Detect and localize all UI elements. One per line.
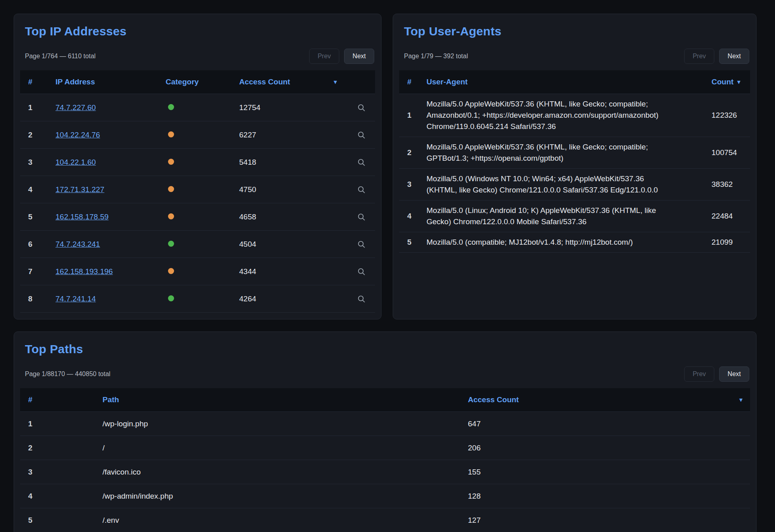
table-row: 2 104.22.24.76 6227 (20, 121, 375, 149)
sort-desc-icon[interactable]: ▼ (738, 397, 744, 403)
user-agent-string: Mozilla/5.0 (Linux; Android 10; K) Apple… (426, 205, 668, 227)
magnifier-icon (357, 217, 366, 223)
ua-pagination-bar: Page 1/79 — 392 total Prev Next (404, 49, 749, 64)
table-row: 2 Mozilla/5.0 AppleWebKit/537.36 (KHTML,… (399, 137, 750, 169)
path-value: /wp-admin/index.php (103, 492, 468, 501)
ip-pagination-text: Page 1/764 — 6110 total (25, 53, 96, 60)
inspect-ip-button[interactable] (355, 184, 367, 196)
inspect-ip-button[interactable] (355, 293, 367, 305)
category-dot (168, 131, 174, 137)
table-row: 5 Mozilla/5.0 (compatible; MJ12bot/v1.4.… (399, 232, 750, 253)
ua-header-rank: # (399, 78, 426, 86)
table-row: 8 74.7.241.14 4264 (20, 285, 375, 313)
ua-pagination-text: Page 1/79 — 392 total (404, 53, 468, 60)
paths-pagination-bar: Page 1/88170 — 440850 total Prev Next (25, 366, 749, 382)
ip-header-rank: # (20, 78, 55, 86)
category-dot (168, 186, 174, 192)
table-row: 3 /favicon.ico 155 (20, 460, 750, 484)
ua-header-count[interactable]: Count ▼ (711, 78, 750, 86)
ua-prev-button[interactable]: Prev (684, 49, 714, 64)
ua-count-value: 22484 (711, 212, 750, 221)
ip-prev-button[interactable]: Prev (309, 49, 339, 64)
paths-header-rank: # (20, 395, 103, 404)
table-row: 4 Mozilla/5.0 (Linux; Android 10; K) App… (399, 201, 750, 232)
magnifier-icon (357, 162, 366, 168)
table-row: 5 162.158.178.59 4658 (20, 203, 375, 231)
table-row: 5 /.env 127 (20, 508, 750, 532)
ip-pagination-bar: Page 1/764 — 6110 total Prev Next (25, 49, 374, 64)
category-dot (168, 159, 174, 165)
ua-next-button[interactable]: Next (719, 49, 749, 64)
path-count-value: 206 (468, 444, 750, 452)
ua-count-value: 38362 (711, 180, 750, 189)
panel-title-user-agents: Top User-Agents (404, 25, 750, 38)
panel-title-paths: Top Paths (25, 342, 750, 356)
ip-header-ip: IP Address (55, 78, 166, 86)
access-count-value: 5418 (239, 158, 348, 167)
ip-link[interactable]: 74.7.227.60 (55, 103, 96, 112)
inspect-ip-button[interactable] (355, 156, 367, 168)
magnifier-icon (357, 271, 366, 277)
table-row: 4 172.71.31.227 4750 (20, 176, 375, 203)
path-count-value: 647 (468, 419, 750, 428)
panel-title-ip: Top IP Addresses (25, 25, 375, 38)
user-agent-string: Mozilla/5.0 AppleWebKit/537.36 (KHTML, l… (426, 141, 668, 164)
access-count-value: 12754 (239, 103, 348, 112)
panel-top-ip-addresses: Top IP Addresses Page 1/764 — 6110 total… (14, 14, 381, 319)
ua-count-value: 122326 (711, 111, 750, 120)
table-row: 1 /wp-login.php 647 (20, 412, 750, 436)
category-dot (168, 104, 174, 110)
inspect-ip-button[interactable] (355, 102, 367, 114)
inspect-ip-button[interactable] (355, 266, 367, 278)
path-count-value: 128 (468, 492, 750, 501)
paths-table-header: # Path Access Count ▼ (20, 388, 750, 412)
inspect-ip-button[interactable] (355, 129, 367, 141)
path-count-value: 127 (468, 516, 750, 525)
access-count-value: 4504 (239, 240, 348, 249)
ip-link[interactable]: 104.22.1.60 (55, 158, 96, 166)
table-row: 6 74.7.243.241 4504 (20, 231, 375, 258)
access-count-value: 6227 (239, 131, 348, 139)
ua-count-value: 21099 (711, 238, 750, 247)
ip-link[interactable]: 162.158.193.196 (55, 267, 113, 276)
table-row: 3 Mozilla/5.0 (Windows NT 10.0; Win64; x… (399, 169, 750, 201)
table-row: 1 74.7.227.60 12754 (20, 94, 375, 121)
ua-table-header: # User-Agent Count ▼ (399, 70, 750, 94)
path-count-value: 155 (468, 468, 750, 477)
inspect-ip-button[interactable] (355, 211, 367, 223)
ip-link[interactable]: 172.71.31.227 (55, 185, 105, 194)
user-agent-string: Mozilla/5.0 AppleWebKit/537.36 (KHTML, l… (426, 98, 668, 132)
path-value: /favicon.ico (103, 468, 468, 477)
access-count-value: 4658 (239, 213, 348, 221)
ip-header-category: Category (166, 78, 239, 86)
dashboard-page: Top IP Addresses Page 1/764 — 6110 total… (0, 0, 775, 532)
sort-desc-icon[interactable]: ▼ (332, 79, 338, 85)
access-count-value: 4344 (239, 267, 348, 276)
inspect-ip-button[interactable] (355, 238, 367, 250)
ip-link[interactable]: 74.7.243.241 (55, 240, 100, 248)
panel-top-user-agents: Top User-Agents Page 1/79 — 392 total Pr… (393, 14, 757, 319)
category-dot (168, 268, 174, 274)
path-value: / (103, 444, 468, 452)
table-row: 2 / 206 (20, 436, 750, 460)
sort-desc-icon[interactable]: ▼ (736, 79, 742, 85)
user-agent-string: Mozilla/5.0 (compatible; MJ12bot/v1.4.8;… (426, 237, 668, 248)
paths-table: # Path Access Count ▼ 1 /wp-login.php 64… (20, 388, 750, 532)
path-value: /.env (103, 516, 468, 525)
ip-link[interactable]: 74.7.241.14 (55, 295, 96, 303)
category-dot (168, 213, 174, 219)
ip-next-button[interactable]: Next (344, 49, 374, 64)
paths-header-access-count[interactable]: Access Count ▼ (468, 395, 750, 404)
access-count-value: 4264 (239, 295, 348, 303)
magnifier-icon (357, 107, 366, 113)
ip-link[interactable]: 162.158.178.59 (55, 213, 109, 221)
ua-table: # User-Agent Count ▼ 1 Mozilla/5.0 Apple… (399, 70, 750, 253)
paths-prev-button[interactable]: Prev (684, 366, 714, 382)
magnifier-icon (357, 135, 366, 141)
ip-link[interactable]: 104.22.24.76 (55, 131, 100, 139)
ip-header-access-count[interactable]: Access Count ▼ (239, 78, 348, 86)
paths-pagination-text: Page 1/88170 — 440850 total (25, 370, 111, 378)
paths-next-button[interactable]: Next (719, 366, 749, 382)
ip-table: # IP Address Category Access Count ▼ 1 7… (20, 70, 375, 313)
table-row: 4 /wp-admin/index.php 128 (20, 484, 750, 508)
